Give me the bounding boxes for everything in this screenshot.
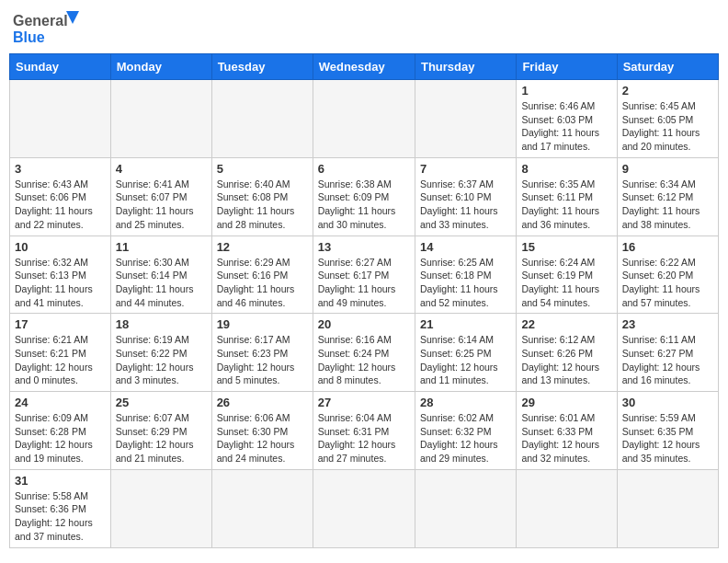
calendar-cell: 1Sunrise: 6:46 AM Sunset: 6:03 PM Daylig…	[517, 80, 617, 158]
day-number: 5	[217, 162, 308, 176]
day-number: 24	[15, 396, 106, 409]
day-number: 8	[521, 162, 611, 176]
day-info: Sunrise: 6:38 AM Sunset: 6:09 PM Dayligh…	[318, 178, 410, 232]
day-info: Sunrise: 6:29 AM Sunset: 6:16 PM Dayligh…	[217, 256, 308, 310]
calendar-cell	[110, 469, 211, 547]
calendar-cell	[415, 80, 516, 158]
calendar-cell	[313, 80, 415, 158]
day-number: 11	[116, 240, 207, 254]
calendar-week-row: 31Sunrise: 5:58 AM Sunset: 6:36 PM Dayli…	[10, 469, 719, 547]
calendar-cell	[211, 469, 313, 547]
calendar-cell	[110, 80, 211, 158]
calendar-cell: 2Sunrise: 6:45 AM Sunset: 6:05 PM Daylig…	[617, 80, 718, 158]
calendar-table: SundayMondayTuesdayWednesdayThursdayFrid…	[9, 53, 719, 548]
day-number: 1	[521, 84, 611, 98]
day-info: Sunrise: 6:45 AM Sunset: 6:05 PM Dayligh…	[622, 99, 713, 154]
day-number: 27	[318, 396, 410, 409]
calendar-cell: 8Sunrise: 6:35 AM Sunset: 6:11 PM Daylig…	[517, 157, 617, 236]
day-number: 28	[420, 396, 511, 409]
calendar-cell: 24Sunrise: 6:09 AM Sunset: 6:28 PM Dayli…	[10, 392, 111, 470]
calendar-week-row: 1Sunrise: 6:46 AM Sunset: 6:03 PM Daylig…	[10, 80, 719, 158]
calendar-cell: 18Sunrise: 6:19 AM Sunset: 6:22 PM Dayli…	[110, 314, 211, 392]
weekday-header: Monday	[110, 54, 211, 80]
calendar-cell: 6Sunrise: 6:38 AM Sunset: 6:09 PM Daylig…	[313, 157, 415, 236]
day-number: 20	[318, 317, 410, 331]
day-info: Sunrise: 6:11 AM Sunset: 6:27 PM Dayligh…	[622, 333, 713, 387]
day-info: Sunrise: 6:17 AM Sunset: 6:23 PM Dayligh…	[217, 333, 308, 387]
day-number: 29	[521, 396, 611, 409]
day-info: Sunrise: 5:59 AM Sunset: 6:35 PM Dayligh…	[622, 411, 713, 465]
calendar-cell: 14Sunrise: 6:25 AM Sunset: 6:18 PM Dayli…	[415, 236, 516, 314]
day-info: Sunrise: 6:14 AM Sunset: 6:25 PM Dayligh…	[420, 333, 511, 387]
day-info: Sunrise: 6:24 AM Sunset: 6:19 PM Dayligh…	[521, 256, 611, 310]
calendar-header-row: SundayMondayTuesdayWednesdayThursdayFrid…	[10, 54, 719, 80]
calendar-cell: 3Sunrise: 6:43 AM Sunset: 6:06 PM Daylig…	[10, 157, 111, 236]
day-info: Sunrise: 6:06 AM Sunset: 6:30 PM Dayligh…	[217, 411, 308, 465]
calendar-cell: 17Sunrise: 6:21 AM Sunset: 6:21 PM Dayli…	[10, 314, 111, 392]
day-number: 9	[622, 162, 713, 176]
weekday-header: Saturday	[617, 54, 718, 80]
day-number: 26	[217, 396, 308, 409]
day-info: Sunrise: 6:25 AM Sunset: 6:18 PM Dayligh…	[420, 256, 511, 310]
calendar-cell: 30Sunrise: 5:59 AM Sunset: 6:35 PM Dayli…	[617, 392, 718, 470]
calendar-cell: 13Sunrise: 6:27 AM Sunset: 6:17 PM Dayli…	[313, 236, 415, 314]
calendar-cell: 23Sunrise: 6:11 AM Sunset: 6:27 PM Dayli…	[617, 314, 718, 392]
calendar-cell: 7Sunrise: 6:37 AM Sunset: 6:10 PM Daylig…	[415, 157, 516, 236]
day-info: Sunrise: 6:32 AM Sunset: 6:13 PM Dayligh…	[15, 256, 106, 310]
day-number: 21	[420, 317, 511, 331]
svg-marker-2	[66, 11, 79, 24]
calendar-cell: 26Sunrise: 6:06 AM Sunset: 6:30 PM Dayli…	[211, 392, 313, 470]
calendar-cell: 31Sunrise: 5:58 AM Sunset: 6:36 PM Dayli…	[10, 469, 111, 547]
page-header: GeneralBlue	[9, 9, 719, 46]
day-number: 19	[217, 317, 308, 331]
day-info: Sunrise: 6:21 AM Sunset: 6:21 PM Dayligh…	[15, 333, 106, 387]
calendar-cell: 15Sunrise: 6:24 AM Sunset: 6:19 PM Dayli…	[517, 236, 617, 314]
weekday-header: Tuesday	[211, 54, 313, 80]
calendar-cell	[617, 469, 718, 547]
day-info: Sunrise: 6:04 AM Sunset: 6:31 PM Dayligh…	[318, 411, 410, 465]
day-number: 14	[420, 240, 511, 254]
calendar-cell: 4Sunrise: 6:41 AM Sunset: 6:07 PM Daylig…	[110, 157, 211, 236]
day-number: 13	[318, 240, 410, 254]
day-number: 6	[318, 162, 410, 176]
calendar-week-row: 3Sunrise: 6:43 AM Sunset: 6:06 PM Daylig…	[10, 157, 719, 236]
day-number: 12	[217, 240, 308, 254]
day-number: 7	[420, 162, 511, 176]
day-number: 2	[622, 84, 713, 98]
day-info: Sunrise: 6:40 AM Sunset: 6:08 PM Dayligh…	[217, 178, 308, 232]
weekday-header: Friday	[517, 54, 617, 80]
calendar-cell	[211, 80, 313, 158]
calendar-cell: 25Sunrise: 6:07 AM Sunset: 6:29 PM Dayli…	[110, 392, 211, 470]
day-info: Sunrise: 6:22 AM Sunset: 6:20 PM Dayligh…	[622, 256, 713, 310]
day-info: Sunrise: 6:02 AM Sunset: 6:32 PM Dayligh…	[420, 411, 511, 465]
calendar-cell: 5Sunrise: 6:40 AM Sunset: 6:08 PM Daylig…	[211, 157, 313, 236]
day-info: Sunrise: 6:35 AM Sunset: 6:11 PM Dayligh…	[521, 178, 611, 232]
day-number: 23	[622, 317, 713, 331]
day-number: 17	[15, 317, 106, 331]
calendar-cell: 12Sunrise: 6:29 AM Sunset: 6:16 PM Dayli…	[211, 236, 313, 314]
day-number: 15	[521, 240, 611, 254]
svg-text:Blue: Blue	[13, 29, 45, 45]
calendar-cell: 21Sunrise: 6:14 AM Sunset: 6:25 PM Dayli…	[415, 314, 516, 392]
day-number: 10	[15, 240, 106, 254]
day-number: 30	[622, 396, 713, 409]
day-info: Sunrise: 6:30 AM Sunset: 6:14 PM Dayligh…	[116, 256, 207, 310]
calendar-cell: 29Sunrise: 6:01 AM Sunset: 6:33 PM Dayli…	[517, 392, 617, 470]
calendar-cell: 16Sunrise: 6:22 AM Sunset: 6:20 PM Dayli…	[617, 236, 718, 314]
day-number: 4	[116, 162, 207, 176]
calendar-week-row: 17Sunrise: 6:21 AM Sunset: 6:21 PM Dayli…	[10, 314, 719, 392]
day-info: Sunrise: 6:19 AM Sunset: 6:22 PM Dayligh…	[116, 333, 207, 387]
weekday-header: Wednesday	[313, 54, 415, 80]
calendar-cell: 22Sunrise: 6:12 AM Sunset: 6:26 PM Dayli…	[517, 314, 617, 392]
day-info: Sunrise: 6:43 AM Sunset: 6:06 PM Dayligh…	[15, 178, 106, 232]
day-info: Sunrise: 6:09 AM Sunset: 6:28 PM Dayligh…	[15, 411, 106, 465]
day-number: 18	[116, 317, 207, 331]
calendar-cell	[10, 80, 111, 158]
calendar-cell: 20Sunrise: 6:16 AM Sunset: 6:24 PM Dayli…	[313, 314, 415, 392]
day-info: Sunrise: 5:58 AM Sunset: 6:36 PM Dayligh…	[15, 489, 106, 544]
day-number: 16	[622, 240, 713, 254]
calendar-cell	[415, 469, 516, 547]
day-info: Sunrise: 6:16 AM Sunset: 6:24 PM Dayligh…	[318, 333, 410, 387]
day-number: 25	[116, 396, 207, 409]
weekday-header: Sunday	[10, 54, 111, 80]
